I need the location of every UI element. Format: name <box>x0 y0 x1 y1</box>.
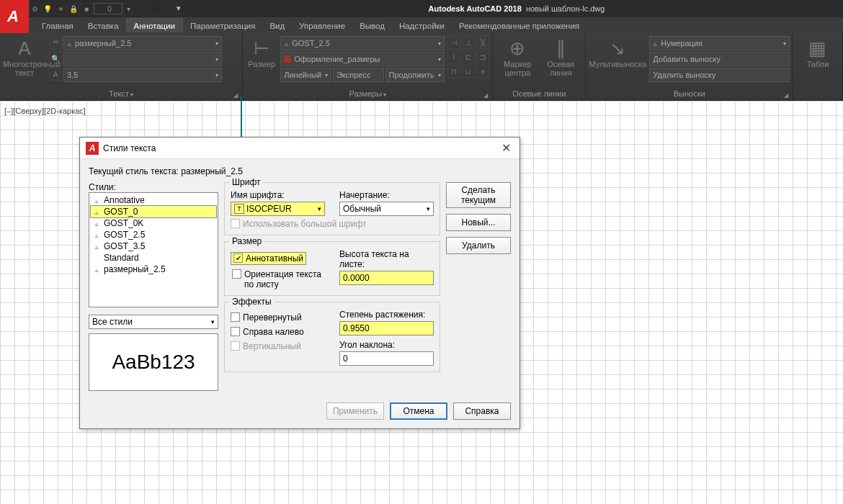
dim-icon[interactable]: ╳ <box>476 36 489 49</box>
vertical-checkbox: Вертикальный <box>231 341 325 351</box>
dim-linear-button[interactable]: Линейный▾ <box>280 68 331 82</box>
panel-leaders-label[interactable]: Выноски◢ <box>589 88 790 100</box>
tab-manage[interactable]: Управление <box>292 19 352 32</box>
list-item[interactable]: ⟁GOST_0K <box>91 217 216 229</box>
qat-icon[interactable]: 💡 <box>42 3 53 14</box>
list-item[interactable]: ⟁Standard <box>91 252 216 264</box>
qat-dropdown-icon[interactable]: ▾ <box>176 3 187 14</box>
qat-icon[interactable] <box>150 3 161 14</box>
panel-centerlines: ⊕ Маркер центра ∥ Осевая линия Осевые ли… <box>493 33 586 100</box>
qat-icon[interactable] <box>137 3 148 14</box>
dim-icon[interactable]: ≡ <box>476 65 489 78</box>
dim-layer-combo[interactable]: Оформление_размеры▾ <box>280 52 445 66</box>
annotative-checkbox[interactable]: ✔Аннотативный <box>231 252 306 265</box>
view-controls[interactable]: [–][Сверху][2D-каркас] <box>4 107 86 115</box>
close-button[interactable]: ✕ <box>499 141 514 155</box>
set-current-button[interactable]: Сделать текущим <box>446 182 511 208</box>
centerline-button[interactable]: ∥ Осевая линия <box>540 35 581 77</box>
new-button[interactable]: Новый... <box>446 214 511 231</box>
panel-text: A Многострочный текст ᴬᴮ ⟁ размерный_2.5… <box>0 33 243 100</box>
width-factor-input[interactable]: 0.9550 <box>339 321 434 336</box>
backwards-checkbox[interactable]: Справа налево <box>231 327 325 337</box>
table-button[interactable]: ▦Табли <box>796 35 839 68</box>
mleader-style-combo[interactable]: ⟁ Нумерация▾ <box>649 36 790 50</box>
cancel-button[interactable]: Отмена <box>390 402 447 420</box>
style-list[interactable]: ⟁Annotative ⟁GOST_0 ⟁GOST_0K ⟁GOST_2.5 ⟁… <box>89 192 218 307</box>
center-mark-button[interactable]: ⊕ Маркер центра <box>497 35 538 77</box>
qat-icon[interactable]: ⚙ <box>29 3 40 14</box>
abc-icon[interactable]: ᴬᴮ <box>49 36 62 49</box>
oblique-angle-input[interactable]: 0 <box>339 351 434 366</box>
title-bar: A ⚙ 💡 ☀ 🔒 ■ 0 ▾ ▾ Autodesk AutoCAD 2018 … <box>0 0 843 17</box>
text-preview: AaBb123 <box>89 333 218 391</box>
font-name-label: Имя шрифта: <box>231 190 325 200</box>
effects-group: Эффекты Перевернутый Справа налево Верти… <box>224 302 440 372</box>
dimension-button[interactable]: ⊢ Размер <box>246 35 277 68</box>
font-style-combo[interactable]: Обычный▾ <box>339 202 434 216</box>
list-item[interactable]: ⟁Annotative <box>91 194 216 206</box>
qat-icon[interactable]: ☀ <box>55 3 66 14</box>
tab-addins[interactable]: Надстройки <box>392 19 452 32</box>
qat-icon[interactable] <box>163 3 174 14</box>
annotative-icon: ⟁ <box>92 208 101 216</box>
help-button[interactable]: Справка <box>453 402 511 420</box>
find-icon[interactable]: 🔍 <box>49 52 62 65</box>
annotative-icon: ⟁ <box>67 39 72 48</box>
upside-down-checkbox[interactable]: Перевернутый <box>231 312 325 323</box>
dim-icon[interactable]: ⊓ <box>447 65 460 78</box>
dim-icon[interactable]: ⊣ <box>447 36 460 49</box>
qat-right: ▾ <box>137 3 190 14</box>
paper-height-input[interactable]: 0.0000 <box>339 271 434 285</box>
app-logo[interactable] <box>0 0 29 33</box>
mleader-button[interactable]: ↘ Мультивыноска <box>589 35 646 68</box>
delete-button[interactable]: Удалить <box>446 237 511 254</box>
dim-continue-button[interactable]: Продолжить▾ <box>385 68 445 82</box>
layer-combo[interactable]: 0 <box>94 3 122 14</box>
style-filter-combo[interactable]: Все стили▾ <box>89 315 218 329</box>
match-orientation-checkbox[interactable]: Ориентация текста по листу <box>232 269 325 289</box>
dim-quick-button[interactable]: Экспресс <box>333 68 384 82</box>
paper-height-label: Высота текста на листе: <box>339 249 434 269</box>
dim-icon[interactable]: ⊔ <box>462 65 475 78</box>
ribbon-tabs: Главная Вставка Аннотации Параметризация… <box>0 17 843 33</box>
tab-view[interactable]: Вид <box>262 19 292 32</box>
annotative-icon: ⟁ <box>92 243 101 251</box>
dim-icon[interactable]: ⊐ <box>476 50 489 63</box>
annotative-icon: ⟁ <box>92 220 101 228</box>
qat-icon[interactable]: 🔒 <box>68 3 79 14</box>
dim-style-combo[interactable]: ⟁ GOST_2.5▾ <box>280 36 445 50</box>
dialog-title: Стили текста <box>103 143 156 153</box>
remove-leader-button[interactable]: Удалить выноску <box>649 68 790 82</box>
apply-button: Применить <box>326 402 384 420</box>
dim-icon[interactable]: ⊥ <box>462 36 475 49</box>
panel-tables: ▦Табли <box>793 33 843 100</box>
font-name-combo[interactable]: TISOCPEUR▾ <box>231 202 325 216</box>
annotative-icon: ⟁ <box>284 39 289 48</box>
list-item[interactable]: ⟁размерный_2.5 <box>91 264 216 275</box>
list-item[interactable]: ⟁GOST_2.5 <box>91 229 216 240</box>
panel-dims-label[interactable]: Размеры▾◢ <box>246 88 489 100</box>
scale-icon[interactable]: A <box>49 68 62 81</box>
dialog-titlebar[interactable]: A Стили текста ✕ <box>80 138 519 159</box>
qat-icon[interactable]: ■ <box>81 3 92 14</box>
add-leader-button[interactable]: Добавить выноску <box>649 52 790 66</box>
text-style-combo[interactable]: ⟁ размерный_2.5▾ <box>63 36 222 50</box>
annotative-icon: ⟁ <box>653 39 658 48</box>
list-item[interactable]: ⟁GOST_3.5 <box>91 240 216 252</box>
annotative-icon: ⟁ <box>92 197 101 204</box>
text-height-combo[interactable]: 3.5▾ <box>63 68 222 82</box>
text-justify-combo[interactable]: ▾ <box>63 52 222 66</box>
tab-output[interactable]: Вывод <box>352 19 392 32</box>
panel-dimensions: ⊢ Размер ⟁ GOST_2.5▾ Оформление_размеры▾… <box>243 33 493 100</box>
dim-icon[interactable]: ⟟ <box>447 50 460 63</box>
tab-featured[interactable]: Рекомендованные приложения <box>452 19 586 32</box>
tab-annotate[interactable]: Аннотации <box>126 18 183 32</box>
ribbon: A Многострочный текст ᴬᴮ ⟁ размерный_2.5… <box>0 33 843 101</box>
dim-icon[interactable]: ⊏ <box>462 50 475 63</box>
list-item[interactable]: ⟁GOST_0 <box>91 206 216 217</box>
tab-insert[interactable]: Вставка <box>81 19 126 32</box>
tab-home[interactable]: Главная <box>35 19 81 32</box>
mtext-button[interactable]: A Многострочный текст <box>3 35 46 77</box>
qat-dropdown-icon[interactable]: ▾ <box>124 3 133 14</box>
tab-parametric[interactable]: Параметризация <box>183 19 262 32</box>
